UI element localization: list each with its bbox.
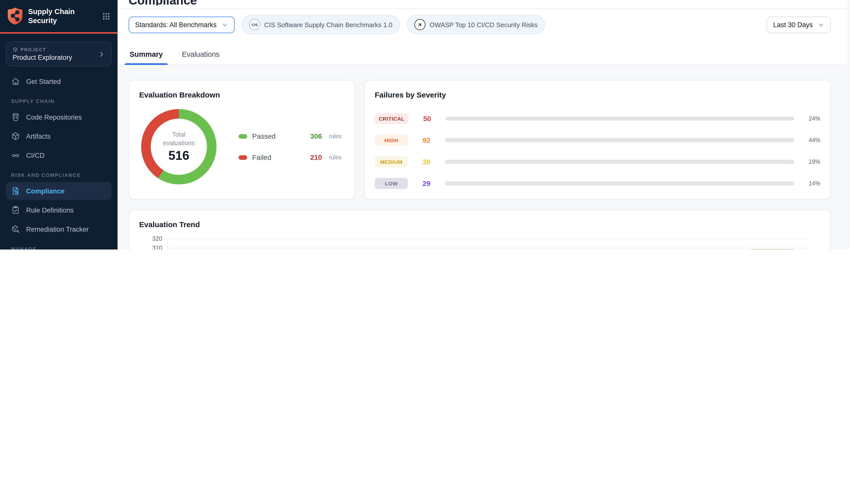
severity-badge: CRITICAL	[375, 113, 409, 124]
sidebar-item-remediation-tracker[interactable]: Remediation Tracker	[6, 220, 112, 239]
legend-swatch	[239, 155, 247, 160]
cis-logo-icon: CIS	[249, 19, 260, 30]
sidebar-item-label: Code Repositories	[26, 113, 82, 121]
sidebar-item-label: Compliance	[26, 187, 64, 195]
filter-pill-cis[interactable]: CISCIS Software Supply Chain Benchmarks …	[241, 15, 400, 34]
legend-suffix: rules	[329, 154, 342, 160]
legend-value: 306	[310, 132, 322, 140]
project-selector[interactable]: PROJECT Product Exploratory	[6, 42, 112, 66]
severity-badge: LOW	[375, 178, 408, 189]
owasp-logo-icon: ✈	[414, 19, 425, 30]
legend-label: Failed	[252, 153, 271, 161]
legend-label: Passed	[252, 132, 275, 140]
filter-pill-label: CIS Software Supply Chain Benchmarks 1.0	[264, 21, 392, 28]
infinity-icon	[11, 151, 20, 160]
clipboard-check-icon	[11, 206, 20, 215]
right-gutter	[848, 0, 868, 250]
tab-summary[interactable]: Summary	[128, 47, 164, 64]
donut-center-label: Total evaluations	[157, 130, 200, 147]
severity-count: 50	[409, 114, 446, 123]
standards-filter-value: Standards: All Benchmarks	[135, 21, 216, 28]
chevron-right-icon	[98, 51, 105, 58]
chevron-down-icon	[222, 21, 228, 28]
breakdown-legend-item-failed: Failed 210 rules	[239, 153, 342, 161]
evaluation-breakdown-card: Evaluation Breakdown Total evaluations 5…	[128, 80, 355, 199]
severity-row-low: LOW 29 14%	[375, 178, 820, 189]
legend-suffix: rules	[329, 133, 342, 139]
project-name: Product Exploratory	[13, 54, 98, 62]
tab-bar: SummaryEvaluations	[117, 40, 848, 65]
main-area: Compliance Standards: All Benchmarks CIS…	[117, 0, 868, 250]
breakdown-legend-item-passed: Passed 306 rules	[239, 132, 342, 140]
severity-count: 29	[408, 179, 445, 187]
sidebar-item-label: Remediation Tracker	[26, 226, 89, 233]
evaluation-donut-chart: Total evaluations 516	[141, 109, 216, 184]
page-content: Evaluation Breakdown Total evaluations 5…	[117, 65, 848, 250]
card-title: Evaluation Trend	[139, 220, 820, 229]
filter-bar: Standards: All Benchmarks CISCIS Softwar…	[117, 9, 848, 40]
sidebar-item-label: Get Started	[26, 78, 61, 85]
legend-swatch	[239, 134, 247, 138]
evaluation-trend-chart: 1801902002102202302402502602702802903003…	[139, 234, 820, 250]
severity-row-medium: MEDIUM 39 19%	[375, 156, 820, 167]
box-wrench-icon	[11, 225, 20, 234]
severity-percent: 24%	[794, 115, 820, 122]
severity-row-critical: CRITICAL 50 24%	[375, 113, 820, 124]
sidebar-item-get-started[interactable]: Get Started	[6, 73, 112, 91]
app-window: Supply Chain Security PROJ	[0, 0, 868, 250]
donut-total-value: 516	[168, 148, 189, 163]
doc-search-icon	[11, 187, 20, 196]
sidebar-item-rule-definitions[interactable]: Rule Definitions	[6, 201, 112, 219]
standards-filter-select[interactable]: Standards: All Benchmarks	[128, 16, 235, 33]
filter-pill-owasp[interactable]: ✈OWASP Top 10 CI/CD Security Risks	[407, 15, 545, 34]
severity-percent: 19%	[794, 159, 820, 165]
severity-row-high: HIGH 92 44%	[375, 135, 820, 146]
cube-icon	[13, 47, 18, 52]
severity-bar	[445, 160, 794, 164]
severity-bar	[445, 138, 794, 142]
sidebar: Supply Chain Security PROJ	[0, 0, 117, 250]
severity-badge: MEDIUM	[375, 156, 408, 167]
card-title: Failures by Severity	[375, 90, 820, 99]
severity-count: 92	[408, 136, 445, 144]
sidebar-item-label: Rule Definitions	[26, 207, 74, 214]
severity-count: 39	[408, 158, 445, 166]
date-range-select[interactable]: Last 30 Days	[767, 16, 831, 33]
nav-section-label: SUPPLY CHAIN	[11, 99, 107, 104]
filter-pill-label: OWASP Top 10 CI/CD Security Risks	[430, 21, 537, 28]
severity-bar	[445, 181, 794, 185]
package-icon	[11, 132, 20, 141]
sidebar-item-label: CI/CD	[26, 152, 45, 159]
svg-text:310: 310	[152, 244, 162, 250]
app-title: Supply Chain Security	[28, 7, 80, 25]
home-icon	[11, 77, 20, 86]
svg-text:320: 320	[152, 235, 162, 242]
shield-logo-icon	[7, 7, 23, 25]
card-title: Evaluation Breakdown	[139, 90, 345, 99]
severity-percent: 44%	[794, 137, 820, 143]
code-repo-icon	[11, 113, 20, 122]
severity-percent: 14%	[794, 180, 820, 186]
sidebar-item-artifacts[interactable]: Artifacts	[6, 127, 112, 145]
accent-divider	[0, 33, 117, 34]
nav-section-label: RISK AND COMPLIANCE	[11, 173, 107, 178]
tab-evaluations[interactable]: Evaluations	[181, 47, 221, 64]
apps-grid-icon[interactable]	[102, 12, 111, 20]
sidebar-item-compliance[interactable]: Compliance	[6, 182, 112, 200]
sidebar-item-label: Artifacts	[26, 133, 51, 140]
sidebar-item-code-repositories[interactable]: Code Repositories	[6, 108, 112, 126]
sidebar-nav: Get StartedSUPPLY CHAIN Code Repositorie…	[0, 69, 117, 250]
chevron-down-icon	[818, 21, 824, 28]
failures-by-severity-card: Failures by Severity CRITICAL 50 24% HIG…	[364, 80, 831, 199]
evaluation-trend-card: Evaluation Trend 18019020021022023024025…	[128, 209, 831, 250]
page-header: Compliance Standards: All Benchmarks CIS…	[117, 0, 848, 65]
project-label: PROJECT	[13, 47, 98, 52]
sidebar-header: Supply Chain Security	[0, 0, 117, 32]
severity-bar	[446, 117, 794, 121]
date-range-value: Last 30 Days	[773, 21, 813, 28]
nav-section-label: MANAGE	[11, 246, 107, 250]
page-title: Compliance	[128, 0, 848, 5]
legend-value: 210	[310, 153, 322, 161]
sidebar-item-ci-cd[interactable]: CI/CD	[6, 146, 112, 165]
severity-badge: HIGH	[375, 135, 408, 146]
